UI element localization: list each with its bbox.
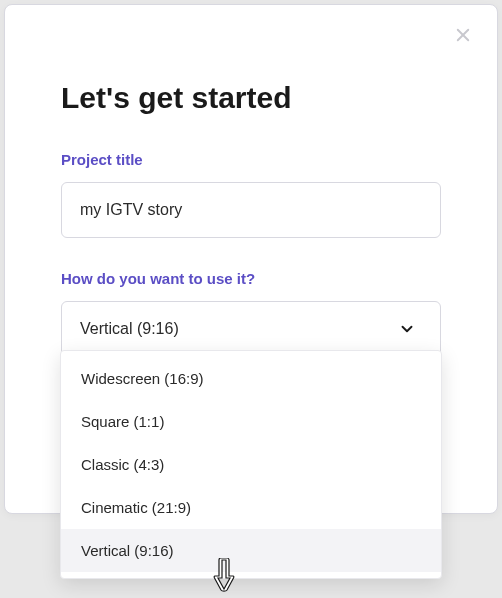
close-icon [454, 26, 472, 44]
usage-option-widescreen[interactable]: Widescreen (16:9) [61, 357, 441, 400]
usage-select[interactable]: Vertical (9:16) [61, 301, 441, 357]
usage-option-square[interactable]: Square (1:1) [61, 400, 441, 443]
usage-dropdown: Widescreen (16:9) Square (1:1) Classic (… [60, 350, 442, 579]
usage-option-vertical[interactable]: Vertical (9:16) [61, 529, 441, 572]
project-title-label: Project title [61, 151, 441, 168]
close-button[interactable] [451, 23, 475, 47]
project-title-input[interactable] [61, 182, 441, 238]
chevron-down-icon [398, 320, 416, 338]
usage-selected-value: Vertical (9:16) [80, 320, 179, 338]
usage-label: How do you want to use it? [61, 270, 441, 287]
modal-title: Let's get started [61, 81, 441, 115]
usage-option-classic[interactable]: Classic (4:3) [61, 443, 441, 486]
usage-option-cinematic[interactable]: Cinematic (21:9) [61, 486, 441, 529]
